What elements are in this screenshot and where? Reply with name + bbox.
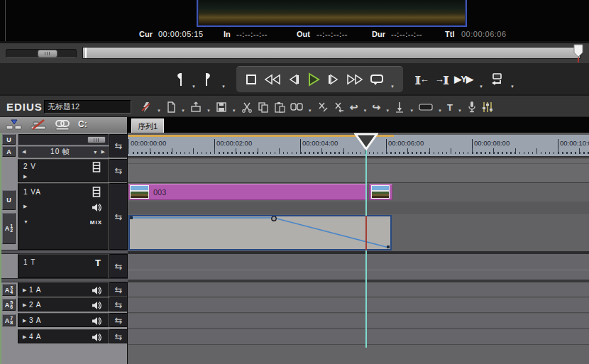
- speaker-icon[interactable]: [92, 286, 101, 295]
- tab-sequence-1[interactable]: 序列1: [131, 118, 164, 133]
- stop-button[interactable]: [245, 70, 258, 89]
- swap-2v-button[interactable]: ⇆: [109, 159, 128, 182]
- video-mute-button[interactable]: U: [2, 134, 16, 145]
- zoom-scale-spinner[interactable]: ◀ 10 帧 ▼ ▶: [18, 146, 109, 158]
- lane-2a[interactable]: [128, 298, 589, 313]
- title-tool-button[interactable]: T: [447, 99, 453, 116]
- expand-track-icon[interactable]: ▶: [23, 302, 26, 308]
- add-cut-dropdown-icon[interactable]: ▼: [409, 101, 414, 113]
- rewind-button[interactable]: [264, 70, 281, 89]
- va-video-mute-button[interactable]: U: [2, 190, 16, 210]
- redo-dropdown-icon[interactable]: ▼: [385, 101, 390, 113]
- paste-button[interactable]: [274, 99, 285, 116]
- open-project-button[interactable]: [190, 99, 202, 116]
- match-frame-dropdown-icon[interactable]: ▼: [308, 101, 312, 113]
- redo-button[interactable]: ↪: [372, 99, 380, 116]
- shuttle-slider[interactable]: [6, 49, 77, 58]
- speaker-icon[interactable]: [92, 203, 101, 212]
- set-in-point-button[interactable]: [172, 70, 185, 89]
- play-around-cursor-button[interactable]: ▶Y▶: [454, 70, 473, 89]
- group-sync-mode-button[interactable]: [54, 119, 71, 131]
- a3-channel-button[interactable]: A 78: [2, 314, 16, 326]
- track-header-2v[interactable]: 2 V ▶: [18, 159, 109, 182]
- open-dropdown-icon[interactable]: ▼: [207, 101, 211, 113]
- swap-1va-button[interactable]: ⇆: [109, 183, 128, 250]
- transition-dropdown-icon[interactable]: ▼: [438, 101, 442, 113]
- fast-forward-button[interactable]: [346, 70, 363, 89]
- lane-4a[interactable]: [128, 329, 589, 345]
- shuttle-handle[interactable]: [38, 50, 57, 57]
- set-in-dropdown-icon[interactable]: ▼: [192, 84, 196, 92]
- next-frame-button[interactable]: [327, 70, 340, 89]
- spin-down-icon[interactable]: ▼: [92, 150, 99, 155]
- loop-playback-button[interactable]: [370, 70, 384, 89]
- track-header-1a[interactable]: ▶ 1 A: [18, 282, 109, 297]
- add-cut-point-button[interactable]: [395, 99, 404, 116]
- speaker-icon[interactable]: [92, 301, 101, 310]
- play-button[interactable]: [307, 70, 321, 89]
- set-out-dropdown-icon[interactable]: ▼: [221, 84, 226, 92]
- voice-over-mic-button[interactable]: [467, 99, 477, 116]
- loop-dropdown-icon[interactable]: ▼: [390, 84, 395, 92]
- a1-channel-button[interactable]: A 34: [2, 284, 16, 296]
- track-header-1t[interactable]: 1 T T: [18, 254, 109, 278]
- expand-track-icon[interactable]: ▶: [23, 334, 26, 340]
- timeline-zoom-slider[interactable]: [18, 134, 109, 145]
- save-project-button[interactable]: [216, 99, 227, 116]
- sequence-end-marker-icon[interactable]: [573, 44, 583, 57]
- ripple-mode-button[interactable]: [30, 119, 47, 131]
- swap-4a-button[interactable]: ⇆: [109, 329, 128, 343]
- speaker-icon[interactable]: [92, 316, 101, 326]
- jump-to-in-button[interactable]: ][←: [415, 70, 429, 89]
- a2-channel-button[interactable]: A 56: [2, 299, 16, 311]
- set-out-point-button[interactable]: [202, 70, 215, 89]
- new-dropdown-icon[interactable]: ▼: [181, 101, 185, 113]
- spin-left-icon[interactable]: ◀: [19, 149, 28, 155]
- snap-mode-button[interactable]: C:: [78, 119, 95, 131]
- playhead-handle[interactable]: [354, 133, 378, 150]
- lane-1a[interactable]: [128, 282, 589, 297]
- video-clip-003[interactable]: 003: [128, 184, 368, 200]
- save-dropdown-icon[interactable]: ▼: [232, 101, 236, 113]
- expand-track-icon[interactable]: ▶: [23, 287, 26, 293]
- header-swap-button[interactable]: ⇆: [109, 134, 128, 158]
- match-frame-button[interactable]: [290, 99, 303, 116]
- mode-lightning-button[interactable]: [141, 99, 152, 116]
- va-audio-channel-button[interactable]: A 12: [2, 213, 16, 244]
- swap-3a-button[interactable]: ⇆: [109, 313, 128, 327]
- track-header-2a[interactable]: ▶ 2 A: [18, 297, 109, 311]
- expand-track-icon[interactable]: ▶: [23, 174, 27, 180]
- position-bar[interactable]: [82, 47, 580, 59]
- previous-frame-button[interactable]: [287, 70, 300, 89]
- jump-to-out-button[interactable]: →][: [435, 70, 448, 89]
- audio-mixer-button[interactable]: [482, 99, 493, 116]
- title-dropdown-icon[interactable]: ▼: [458, 101, 462, 113]
- mode-dropdown-icon[interactable]: ▼: [157, 101, 161, 113]
- spin-right-icon[interactable]: ▶: [99, 149, 108, 155]
- video-enable-icon[interactable]: [92, 187, 101, 197]
- expand-video-icon[interactable]: ▶: [23, 204, 27, 209]
- speaker-icon[interactable]: [92, 333, 101, 342]
- delete-gap-button[interactable]: [334, 99, 345, 116]
- volume-node[interactable]: [272, 216, 276, 221]
- cut-button[interactable]: [241, 99, 253, 116]
- export-to-tape-button[interactable]: [490, 70, 504, 89]
- track-header-1va[interactable]: 1 VA ▶ ▼ MIX: [18, 183, 109, 250]
- video-clip-003-tail[interactable]: [369, 184, 392, 200]
- audio-clip-003[interactable]: [128, 215, 392, 250]
- swap-1a-button[interactable]: ⇆: [109, 282, 128, 297]
- copy-button[interactable]: [258, 99, 269, 116]
- undo-button[interactable]: ↩: [350, 99, 358, 116]
- track-header-4a[interactable]: ▶ 4 A: [18, 329, 109, 343]
- undo-dropdown-icon[interactable]: ▼: [363, 101, 368, 113]
- transition-button[interactable]: [419, 99, 433, 116]
- expand-track-icon[interactable]: ▶: [23, 318, 26, 324]
- lane-3a[interactable]: [128, 314, 589, 329]
- ripple-delete-button[interactable]: [317, 99, 329, 116]
- audio-mute-button[interactable]: A: [2, 146, 16, 157]
- track-header-3a[interactable]: ▶ 3 A: [18, 313, 109, 327]
- insert-mode-button[interactable]: [6, 119, 23, 131]
- play-around-dropdown-icon[interactable]: ▼: [479, 84, 483, 92]
- project-name-field[interactable]: [44, 100, 131, 114]
- collapse-audio-icon[interactable]: ▼: [23, 219, 28, 224]
